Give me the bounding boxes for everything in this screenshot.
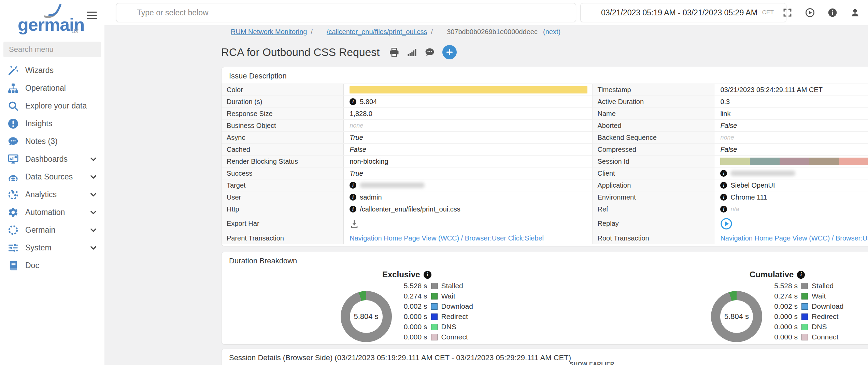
breadcrumb-link-resource[interactable]: /callcenter_enu/files/print_oui.css xyxy=(327,28,427,36)
table-row-left-11: Export Har xyxy=(222,215,592,232)
legend-value: 0.002 s xyxy=(772,302,798,310)
table-row-right-0: Timestamp03/21/2023 05:24:29.111 AM CET xyxy=(593,84,868,96)
issue-description-title: Issue Description xyxy=(229,72,287,81)
legend-label: DNS xyxy=(441,323,456,331)
info-icon: i xyxy=(797,271,805,279)
transaction-link[interactable]: Navigation Home Page View (WCC) / Browse… xyxy=(720,234,868,242)
sidebar-item-notes[interactable]: Notes (3) xyxy=(0,132,104,150)
sidebar-item-explore-your-data[interactable]: Explore your data xyxy=(0,97,104,115)
download-icon[interactable] xyxy=(350,219,359,229)
legend-label: Wait xyxy=(812,292,826,300)
field-label: Parent Transaction xyxy=(222,232,344,244)
legend-row: 0.274 sWait xyxy=(401,291,473,301)
info-circle-icon[interactable] xyxy=(828,8,837,17)
sidebar-item-data-sources[interactable]: Data Sources xyxy=(0,168,104,186)
legend-label: SSL xyxy=(441,343,455,345)
legend-swatch xyxy=(431,344,438,345)
sidebar-item-operational[interactable]: Operational xyxy=(0,79,104,97)
field-value: True xyxy=(344,167,592,179)
field-label: Success xyxy=(222,167,344,179)
table-row-left-1: Duration (s)i5.804 xyxy=(222,96,592,108)
sitemap-icon xyxy=(8,83,19,94)
sidebar-item-analytics[interactable]: Analytics xyxy=(0,186,104,203)
legend-swatch xyxy=(431,303,438,310)
field-value xyxy=(714,215,868,232)
sidebar-search-input[interactable] xyxy=(3,42,101,57)
fullscreen-icon[interactable] xyxy=(783,8,792,17)
sidebar-item-insights[interactable]: Insights xyxy=(0,115,104,132)
global-search[interactable] xyxy=(116,3,576,22)
transaction-link[interactable]: Navigation Home Page View (WCC) / Browse… xyxy=(350,234,544,242)
legend-value: 0.274 s xyxy=(772,292,798,300)
field-value xyxy=(344,215,592,232)
legend-label: Download xyxy=(441,302,473,310)
table-row-right-6: Session Id xyxy=(593,156,868,167)
exclamation-icon xyxy=(8,118,19,129)
field-value xyxy=(344,84,592,96)
chevron-down-icon xyxy=(89,226,98,234)
user-icon[interactable] xyxy=(850,8,860,17)
breadcrumb-link-dashboard[interactable]: RUM Network Monitoring xyxy=(231,28,307,36)
sidebar: germain ux WizardsOperationalExplore you… xyxy=(0,0,104,365)
field-label: Color xyxy=(222,84,344,96)
date-range-picker[interactable]: 03/21/2023 05:19 AM - 03/21/2023 05:29 A… xyxy=(580,3,786,22)
info-icon: i xyxy=(720,206,727,213)
table-row-right-4: Backend Sequencenone xyxy=(593,132,868,144)
breadcrumb-separator: / xyxy=(431,28,433,36)
duration-charts: Exclusivei5.804 s5.528 sStalled0.274 sWa… xyxy=(222,268,868,345)
replay-play-icon[interactable] xyxy=(720,218,732,230)
info-icon: i xyxy=(720,170,727,177)
sidebar-item-germain[interactable]: Germain xyxy=(0,221,104,239)
field-value: link xyxy=(714,108,868,119)
chart-cumulative: Cumulativei5.804 s5.528 sStalled0.274 sW… xyxy=(592,270,868,345)
breadcrumb-next-link[interactable]: (next) xyxy=(543,28,560,36)
field-label: Backend Sequence xyxy=(593,132,715,143)
list-icon xyxy=(437,28,444,36)
legend-value: 0.000 s xyxy=(772,343,798,345)
legend-row: 0.000 sSSL xyxy=(772,342,843,345)
legend-swatch xyxy=(801,334,808,340)
field-label: User xyxy=(222,191,344,203)
printer-icon[interactable] xyxy=(389,47,399,57)
show-earlier-button[interactable]: SHOW EARLIER xyxy=(222,361,868,365)
legend-swatch xyxy=(801,283,808,289)
table-row-right-10: Refin/a xyxy=(593,203,868,215)
session-id-segment xyxy=(809,158,839,165)
play-circle-icon[interactable] xyxy=(805,8,815,17)
legend-value: 0.000 s xyxy=(772,312,798,321)
legend-label: Connect xyxy=(441,333,468,341)
sidebar-item-wizards[interactable]: Wizards xyxy=(0,61,104,79)
chart-legend: 5.528 sStalled0.274 sWait0.002 sDownload… xyxy=(772,281,843,345)
sidebar-item-label: System xyxy=(25,243,89,252)
sidebar-item-label: Germain xyxy=(25,225,89,235)
legend-label: Wait xyxy=(441,292,455,300)
sidebar-item-label: Automation xyxy=(25,208,89,217)
sidebar-item-doc[interactable]: Doc xyxy=(0,257,104,274)
comment-icon[interactable] xyxy=(425,47,435,57)
legend-row: 0.002 sDownload xyxy=(772,301,843,311)
signal-bars-icon[interactable] xyxy=(407,47,417,57)
field-label: Application xyxy=(593,179,715,191)
sidebar-item-automation[interactable]: Automation xyxy=(0,203,104,221)
sidebar-item-system[interactable]: System xyxy=(0,239,104,257)
sidebar-item-dashboards[interactable]: Dashboards xyxy=(0,150,104,168)
issue-table-left: ColorDuration (s)i5.804Response Size1,82… xyxy=(222,84,592,244)
logo-text: germain xyxy=(18,16,104,33)
field-label: Timestamp xyxy=(593,84,715,96)
table-row-left-3: Business Objectnone xyxy=(222,120,592,132)
field-label: Session Id xyxy=(593,156,715,167)
field-label: Replay xyxy=(593,215,715,232)
global-search-input[interactable] xyxy=(136,8,570,18)
chevron-down-icon xyxy=(89,155,98,163)
field-value: i xyxy=(344,179,592,191)
add-icon[interactable] xyxy=(442,45,457,59)
field-label: Environment xyxy=(593,191,715,203)
legend-swatch xyxy=(801,303,808,310)
field-label: Ref xyxy=(593,203,715,215)
legend-label: Stalled xyxy=(441,282,463,290)
legend-row: 0.000 sSSL xyxy=(401,342,473,345)
legend-value: 5.528 s xyxy=(401,282,427,290)
chart-title: Cumulative xyxy=(750,270,794,279)
field-value: 0.3 xyxy=(714,96,868,107)
field-value: True xyxy=(344,132,592,143)
